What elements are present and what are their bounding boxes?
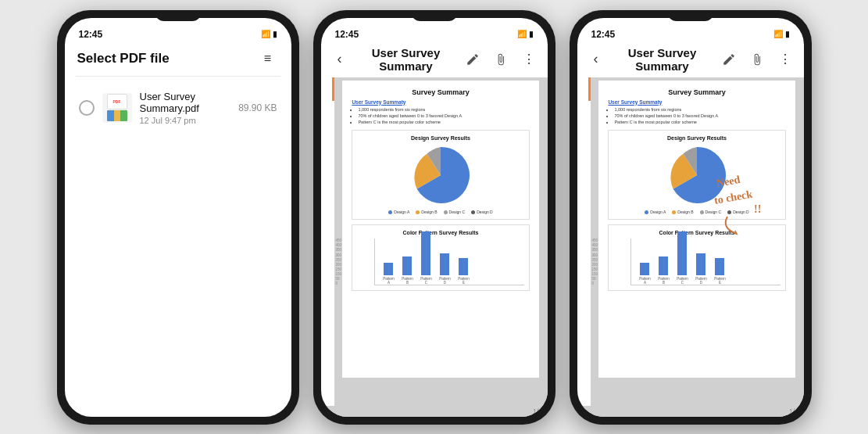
bar-e (459, 258, 468, 275)
file-picker-header: Select PDF file ≡ (65, 43, 291, 76)
page-number-3: 1/1 (577, 406, 804, 417)
wifi-icon-2: 📶 (517, 30, 527, 38)
bar-chart-2: Pattern A Pattern B Pattern C (374, 239, 523, 285)
legend3-dot-d (727, 210, 731, 214)
pie-chart-title-2: Design Survey Results (357, 135, 523, 141)
pdf-page-2: Survey Summary User Survey Summaty 1,000… (342, 81, 538, 378)
bar-chart-title-2: Color Pattern Survey Results (357, 230, 523, 235)
bar-label-e: Pattern E (456, 277, 470, 285)
pie-chart-box-2: Design Survey Results (352, 130, 529, 220)
bar-b (402, 256, 412, 275)
draw-button-3[interactable] (718, 48, 740, 70)
bar3-d (696, 253, 705, 275)
pdf-content-2: Survey Summary User Survey Summaty 1,000… (334, 77, 548, 406)
bar-chart-box-2: Color Pattern Survey Results 450 400 350… (352, 224, 529, 291)
bullet-3: Pattern C is the most popular color sche… (358, 119, 529, 125)
bullet-2: 70% of children aged between 0 to 3 favo… (358, 113, 529, 119)
survey-subtitle-3: User Survey Summaty (608, 99, 785, 105)
bar-col-b: Pattern B (400, 256, 414, 285)
pie-chart-svg-3 (666, 144, 728, 206)
status-time-1: 12:45 (79, 29, 103, 40)
phone-3: 12:45 📶 ▮ ‹ User Survey Summary (570, 10, 812, 425)
bar3-e (715, 258, 724, 275)
attach-icon-3 (751, 53, 763, 66)
bar3-b (659, 256, 668, 275)
more-button-3[interactable]: ⋮ (774, 48, 796, 70)
phone-screen-1: 12:45 📶 ▮ Select PDF file ≡ PDF (65, 18, 291, 417)
pie-chart-box-3: Design Survey Results (608, 130, 785, 220)
pie-chart-title-3: Design Survey Results (613, 135, 780, 141)
phone-notch-3 (667, 10, 714, 21)
y-axis-2: 450 400 350 300 250 200 150 100 50 0 (335, 239, 341, 285)
pie-container-3: Design A Design B Design C (613, 144, 780, 214)
legend-design-a: Design A (388, 210, 409, 214)
bar3-label-d: Pattern D (694, 277, 708, 285)
legend-design-b: Design B (416, 210, 437, 214)
legend-label-d: Design D (477, 210, 493, 214)
status-bar-3: 12:45 📶 ▮ (577, 18, 804, 43)
radio-select[interactable] (79, 100, 95, 116)
survey-title-2: Survey Summary (352, 88, 529, 96)
file-list: PDF User Survey Summary.pdf 12 Jul 9:47 … (65, 77, 291, 417)
menu-button[interactable]: ≡ (257, 48, 279, 70)
bullet-3-3: Pattern C is the most popular color sche… (614, 119, 785, 125)
draw-icon-3 (722, 52, 736, 66)
legend3-label-b: Design B (677, 210, 693, 214)
legend-label-a: Design A (394, 210, 409, 214)
bar3-label-a: Pattern A (638, 277, 652, 285)
back-button-3[interactable]: ‹ (585, 48, 607, 70)
bullet-1: 1,000 respondents from six regions (358, 106, 529, 113)
pdf-icon: PDF (102, 93, 132, 123)
bar-col-c: Pattern C (419, 231, 433, 285)
back-button-2[interactable]: ‹ (329, 48, 351, 70)
legend-dot-a (388, 210, 392, 214)
pdf-page-3: Survey Summary User Survey Summaty 1,000… (598, 81, 795, 378)
legend-label-b: Design B (421, 210, 437, 214)
legend-label-c: Design C (449, 210, 466, 214)
draw-button-2[interactable] (462, 48, 484, 70)
bar-a (384, 263, 393, 275)
file-item[interactable]: PDF User Survey Summary.pdf 12 Jul 9:47 … (76, 83, 280, 133)
bar3-c (677, 231, 687, 275)
pdf-content-3: Survey Summary User Survey Summaty 1,000… (591, 77, 804, 406)
legend3-dot-c (700, 210, 704, 214)
bar3-label-c: Pattern C (675, 277, 689, 285)
bar3-label-b: Pattern B (656, 277, 670, 285)
file-date: 12 Jul 9:47 pm (140, 116, 231, 125)
bar-col-e: Pattern E (456, 258, 470, 285)
bar-label-d: Pattern D (438, 277, 452, 285)
attach-button-3[interactable] (746, 48, 768, 70)
pie-chart-svg-2 (409, 144, 472, 206)
y-axis-3: 450 400 350 300 250 200 150 100 50 0 (591, 239, 598, 285)
attach-button-2[interactable] (490, 48, 512, 70)
pdf-label: PDF (107, 94, 127, 109)
pdf-header-icons-3: ⋮ (718, 48, 796, 70)
wifi-icon: 📶 (261, 30, 270, 38)
pdf-title-2: User Survey Summary (357, 46, 455, 73)
phone-screen-3: 12:45 📶 ▮ ‹ User Survey Summary (577, 18, 804, 417)
legend3-design-a: Design A (645, 210, 666, 214)
battery-icon-2: ▮ (529, 30, 534, 38)
bar-d (440, 253, 449, 275)
bar3-col-d: Pattern D (694, 253, 708, 285)
pdf-bar (107, 110, 127, 121)
bar3-a (640, 263, 649, 275)
status-icons-1: 📶 ▮ (261, 30, 277, 38)
battery-icon: ▮ (273, 30, 277, 38)
file-size: 89.90 KB (238, 102, 277, 113)
pie-legend-2: Design A Design B Design C (388, 210, 492, 214)
survey-title-3: Survey Summary (608, 88, 785, 96)
bar-label-c: Pattern C (419, 277, 433, 285)
status-time-2: 12:45 (335, 29, 359, 40)
pdf-header-icons-2: ⋮ (462, 48, 540, 70)
phone-notch-2 (411, 10, 458, 21)
more-button-2[interactable]: ⋮ (518, 48, 540, 70)
screen-title-1: Select PDF file (77, 51, 170, 66)
phone-2: 12:45 📶 ▮ ‹ User Survey Summary (313, 10, 555, 425)
phone-1: 12:45 📶 ▮ Select PDF file ≡ PDF (57, 10, 299, 425)
legend3-label-a: Design A (650, 210, 666, 214)
legend3-label-d: Design D (733, 210, 749, 214)
legend3-design-c: Design C (700, 210, 722, 214)
bar-chart-3: Pattern A Pattern B Pattern C (630, 239, 780, 285)
page-number-2: 1/1 (321, 406, 548, 417)
